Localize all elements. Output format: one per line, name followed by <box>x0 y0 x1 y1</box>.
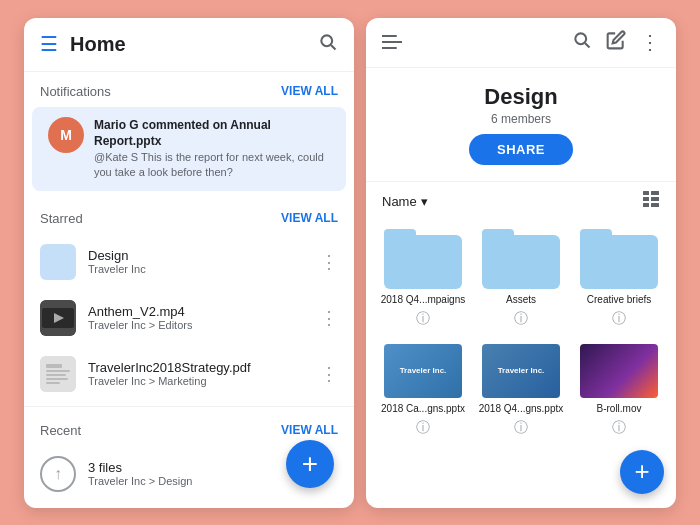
sort-button[interactable]: Name ▾ <box>382 194 428 209</box>
folder-icon-campaigns <box>384 229 462 289</box>
pdf-file-icon <box>40 356 76 392</box>
svg-rect-27 <box>651 203 659 207</box>
page-title: Home <box>70 33 306 56</box>
starred-item-anthem[interactable]: Anthem_V2.mp4 Traveler Inc > Editors ⋮ <box>24 290 354 346</box>
chevron-down-icon: ▾ <box>421 194 428 209</box>
grid-view-icon[interactable] <box>642 190 660 213</box>
search-icon[interactable] <box>318 32 338 57</box>
pdf-more-icon[interactable]: ⋮ <box>320 363 338 385</box>
folder-label-campaigns: 2018 Q4...mpaigns <box>381 293 466 306</box>
folder-info-icon-campaigns[interactable]: ⓘ <box>416 310 430 328</box>
file-thumb-2018-ca: Traveler Inc. <box>384 344 462 398</box>
svg-rect-10 <box>46 382 60 384</box>
file-broll[interactable]: B-roll.mov ⓘ <box>574 344 664 437</box>
folder-label-creative: Creative briefs <box>587 293 651 306</box>
file-info-icon-1[interactable]: ⓘ <box>416 419 430 437</box>
folder-campaigns[interactable]: 2018 Q4...mpaigns ⓘ <box>378 229 468 328</box>
file-2018-q4[interactable]: Traveler Inc. 2018 Q4...gns.pptx ⓘ <box>476 344 566 437</box>
folder-icon-creative <box>580 229 658 289</box>
right-fab[interactable]: + <box>620 450 664 494</box>
svg-point-0 <box>321 35 332 46</box>
right-menu-icon[interactable] <box>382 31 402 54</box>
files-header: Name ▾ <box>366 181 676 221</box>
file-label-broll: B-roll.mov <box>596 402 641 415</box>
starred-view-all[interactable]: VIEW ALL <box>281 211 338 225</box>
notif-title: Mario G commented on Annual Report.pptx <box>94 117 330 151</box>
file-label-2018-q4: 2018 Q4...gns.pptx <box>479 402 564 415</box>
anthem-item-path: Traveler Inc > Editors <box>88 319 308 331</box>
recent-view-all[interactable]: VIEW ALL <box>281 423 338 437</box>
right-edit-icon[interactable] <box>606 30 626 55</box>
folder-label-assets: Assets <box>506 293 536 306</box>
divider <box>24 406 354 407</box>
thumbnail-row <box>24 502 354 508</box>
starred-title: Starred <box>40 211 83 226</box>
folder-info-icon-creative[interactable]: ⓘ <box>612 310 626 328</box>
right-more-icon[interactable]: ⋮ <box>640 30 660 54</box>
file-thumb-broll <box>580 344 658 398</box>
right-panel: ⋮ Design 6 members SHARE Name ▾ <box>366 18 676 508</box>
members-count: 6 members <box>382 112 660 126</box>
notif-body: @Kate S This is the report for next week… <box>94 150 330 181</box>
left-fab[interactable]: + <box>286 440 334 488</box>
folder-assets[interactable]: Assets ⓘ <box>476 229 566 328</box>
svg-rect-25 <box>651 197 659 201</box>
left-panel: ☰ Home Notifications VIEW ALL M Mario G … <box>24 18 354 508</box>
design-folder-icon <box>40 244 76 280</box>
notifications-header: Notifications VIEW ALL <box>24 72 354 107</box>
svg-rect-24 <box>643 197 649 201</box>
starred-header: Starred VIEW ALL <box>24 199 354 234</box>
svg-rect-23 <box>651 191 659 195</box>
notifications-title: Notifications <box>40 84 111 99</box>
file-label-2018-ca: 2018 Ca...gns.pptx <box>381 402 465 415</box>
folder-creative-briefs[interactable]: Creative briefs ⓘ <box>574 229 664 328</box>
avatar: M <box>48 117 84 153</box>
anthem-file-icon <box>40 300 76 336</box>
notifications-view-all[interactable]: VIEW ALL <box>281 84 338 98</box>
upload-icon: ↑ <box>40 456 76 492</box>
starred-item-design[interactable]: Design Traveler Inc ⋮ <box>24 234 354 290</box>
svg-rect-26 <box>643 203 649 207</box>
file-2018-ca[interactable]: Traveler Inc. 2018 Ca...gns.pptx ⓘ <box>378 344 468 437</box>
pdf-item-name: TravelerInc2018Strategy.pdf <box>88 360 308 375</box>
notification-item[interactable]: M Mario G commented on Annual Report.ppt… <box>32 107 346 191</box>
left-header: ☰ Home <box>24 18 354 72</box>
right-search-icon[interactable] <box>572 30 592 55</box>
file-thumb-2018-q4: Traveler Inc. <box>482 344 560 398</box>
design-more-icon[interactable]: ⋮ <box>320 251 338 273</box>
design-item-path: Traveler Inc <box>88 263 308 275</box>
file-info-icon-2[interactable]: ⓘ <box>514 419 528 437</box>
svg-rect-6 <box>46 364 62 368</box>
right-header: ⋮ <box>366 18 676 68</box>
right-title-section: Design 6 members SHARE <box>366 68 676 181</box>
file-info-icon-3[interactable]: ⓘ <box>612 419 626 437</box>
svg-rect-22 <box>643 191 649 195</box>
svg-line-21 <box>585 42 590 47</box>
anthem-item-name: Anthem_V2.mp4 <box>88 304 308 319</box>
hamburger-icon[interactable]: ☰ <box>40 32 58 56</box>
svg-point-20 <box>575 33 586 44</box>
files-grid: Traveler Inc. 2018 Ca...gns.pptx ⓘ Trave… <box>366 336 676 445</box>
design-item-name: Design <box>88 248 308 263</box>
folder-icon-assets <box>482 229 560 289</box>
svg-rect-8 <box>46 374 66 376</box>
svg-rect-9 <box>46 378 68 380</box>
recent-title: Recent <box>40 423 81 438</box>
folders-grid: 2018 Q4...mpaigns ⓘ Assets ⓘ Creative br… <box>366 221 676 336</box>
folder-info-icon-assets[interactable]: ⓘ <box>514 310 528 328</box>
sort-label: Name <box>382 194 417 209</box>
svg-rect-7 <box>46 370 70 372</box>
pdf-item-path: Traveler Inc > Marketing <box>88 375 308 387</box>
anthem-more-icon[interactable]: ⋮ <box>320 307 338 329</box>
right-title: Design <box>382 84 660 110</box>
starred-item-pdf[interactable]: TravelerInc2018Strategy.pdf Traveler Inc… <box>24 346 354 402</box>
svg-line-1 <box>331 44 336 49</box>
share-button[interactable]: SHARE <box>469 134 573 165</box>
